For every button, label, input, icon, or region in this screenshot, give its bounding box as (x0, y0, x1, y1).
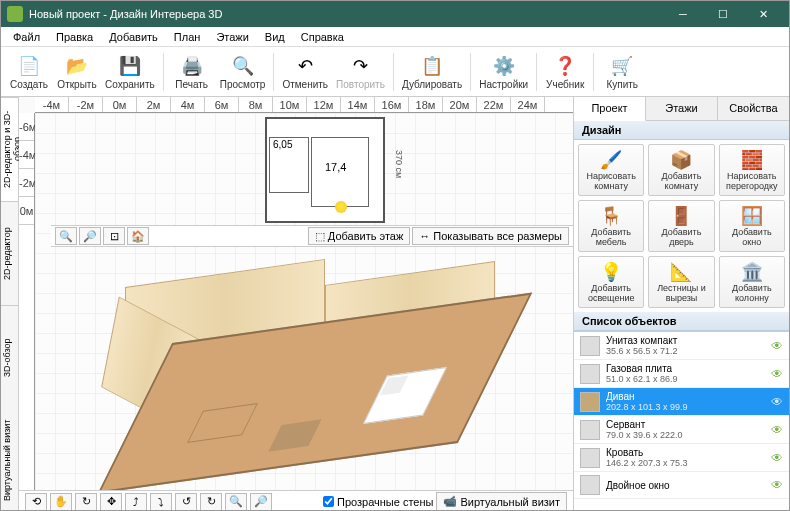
transparent-walls-checkbox[interactable]: Прозрачные стены (323, 496, 433, 508)
left-tab-1[interactable]: 2D-редактор (1, 201, 18, 305)
visibility-icon[interactable]: 👁 (771, 367, 783, 381)
open-button[interactable]: 📂Открыть (53, 49, 101, 95)
object-thumb (580, 392, 600, 412)
add-door-card[interactable]: 🚪Добавитьдверь (648, 200, 714, 252)
add-furniture-card[interactable]: 🪑Добавитьмебель (578, 200, 644, 252)
menu-вид[interactable]: Вид (257, 29, 293, 45)
visibility-icon[interactable]: 👁 (771, 423, 783, 437)
view-3d[interactable] (95, 263, 535, 493)
print-icon: 🖨️ (180, 54, 204, 78)
duplicate-button[interactable]: 📋Дублировать (398, 49, 466, 95)
close-button[interactable]: ✕ (743, 1, 783, 27)
object-row-1[interactable]: Газовая плита51.0 x 62.1 x 86.9👁 (574, 360, 789, 388)
visibility-icon[interactable]: 👁 (771, 478, 783, 492)
tilt-up-button[interactable]: ⤴ (125, 493, 147, 511)
right-tab-Проект[interactable]: Проект (574, 97, 646, 121)
rotate-right-button[interactable]: ↻ (200, 493, 222, 511)
maximize-button[interactable]: ☐ (703, 1, 743, 27)
left-tab-0[interactable]: 2D-редактор и 3D-обзор (1, 97, 18, 201)
right-tab-Этажи[interactable]: Этажи (646, 97, 718, 120)
virtual-visit-button[interactable]: 📹Виртуальный визит (436, 492, 567, 511)
save-button[interactable]: 💾Сохранить (101, 49, 159, 95)
add-column-icon: 🏛️ (741, 261, 763, 283)
tutorial-button[interactable]: ❓Учебник (541, 49, 589, 95)
redo-icon: ↷ (348, 54, 372, 78)
add-column-card[interactable]: 🏛️Добавитьколонну (719, 256, 785, 308)
view360-button[interactable]: ⟲ (25, 493, 47, 511)
app-icon (7, 6, 23, 22)
menu-этажи[interactable]: Этажи (208, 29, 256, 45)
create-button[interactable]: 📄Создать (5, 49, 53, 95)
left-tab-3[interactable]: Виртуальный визит (1, 409, 18, 511)
add-furniture-icon: 🪑 (600, 205, 622, 227)
object-row-2[interactable]: Диван202.8 x 101.3 x 99.9👁 (574, 388, 789, 416)
menu-правка[interactable]: Правка (48, 29, 101, 45)
tutorial-icon: ❓ (553, 54, 577, 78)
draw-room-card[interactable]: 🖌️Нарисоватькомнату (578, 144, 644, 196)
floor-plan[interactable]: 6,05 17,4 370 см (265, 117, 385, 223)
menu-справка[interactable]: Справка (293, 29, 352, 45)
ruler-vertical: -6м-4м-2м0м (19, 113, 35, 511)
visibility-icon[interactable]: 👁 (771, 395, 783, 409)
add-floor-button[interactable]: ⬚Добавить этаж (308, 227, 410, 245)
minimize-button[interactable]: ─ (663, 1, 703, 27)
create-icon: 📄 (17, 54, 41, 78)
print-button[interactable]: 🖨️Печать (168, 49, 216, 95)
window-title: Новый проект - Дизайн Интерьера 3D (29, 8, 663, 20)
object-thumb (580, 475, 600, 495)
add-window-icon: 🪟 (741, 205, 763, 227)
save-icon: 💾 (118, 54, 142, 78)
menu-добавить[interactable]: Добавить (101, 29, 166, 45)
object-thumb (580, 364, 600, 384)
room-area-2: 17,4 (325, 161, 346, 173)
menu-файл[interactable]: Файл (5, 29, 48, 45)
home-button[interactable]: 🏠 (127, 227, 149, 245)
rotate-left-button[interactable]: ↺ (175, 493, 197, 511)
dimension-label: 370 см (394, 150, 404, 178)
object-thumb (580, 336, 600, 356)
zoom-out-button[interactable]: 🔎 (79, 227, 101, 245)
add-lighting-card[interactable]: 💡Добавитьосвещение (578, 256, 644, 308)
settings-icon: ⚙️ (492, 54, 516, 78)
fit-button[interactable]: ⊡ (103, 227, 125, 245)
show-dimensions-button[interactable]: ↔Показывать все размеры (412, 227, 569, 245)
zoom-in-button[interactable]: 🔍 (55, 227, 77, 245)
pan-button[interactable]: ✋ (50, 493, 72, 511)
add-door-icon: 🚪 (670, 205, 692, 227)
design-section-header: Дизайн (574, 121, 789, 140)
ruler-horizontal: -4м-2м0м2м4м6м8м10м12м14м16м18м20м22м24м (35, 97, 573, 113)
undo-icon: ↶ (293, 54, 317, 78)
zoom-out-3d-button[interactable]: 🔎 (250, 493, 272, 511)
zoom-in-3d-button[interactable]: 🔍 (225, 493, 247, 511)
tilt-down-button[interactable]: ⤵ (150, 493, 172, 511)
duplicate-icon: 📋 (420, 54, 444, 78)
object-row-0[interactable]: Унитаз компакт35.6 x 56.5 x 71.2👁 (574, 332, 789, 360)
left-tab-2[interactable]: 3D-обзор (1, 305, 18, 409)
object-row-5[interactable]: Двойное окно👁 (574, 472, 789, 499)
undo-button[interactable]: ↶Отменить (278, 49, 332, 95)
stairs-card[interactable]: 📐Лестницы ивырезы (648, 256, 714, 308)
rotate-button[interactable]: ↻ (75, 493, 97, 511)
draw-partition-icon: 🧱 (741, 149, 763, 171)
visibility-icon[interactable]: 👁 (771, 339, 783, 353)
object-row-4[interactable]: Кровать146.2 x 207.3 x 75.3👁 (574, 444, 789, 472)
preview-button[interactable]: 🔍Просмотр (216, 49, 270, 95)
move-button[interactable]: ✥ (100, 493, 122, 511)
add-window-card[interactable]: 🪟Добавитьокно (719, 200, 785, 252)
right-tab-Свойства[interactable]: Свойства (718, 97, 789, 120)
draw-partition-card[interactable]: 🧱Нарисоватьперегородку (719, 144, 785, 196)
canvas-2d[interactable]: 6,05 17,4 370 см 🔍 🔎 ⊡ 🏠 ⬚Добавить этаж … (35, 113, 573, 490)
open-icon: 📂 (65, 54, 89, 78)
add-room-card[interactable]: 📦Добавитькомнату (648, 144, 714, 196)
add-room-icon: 📦 (670, 149, 692, 171)
redo-button[interactable]: ↷Повторить (332, 49, 389, 95)
add-lighting-icon: 💡 (600, 261, 622, 283)
camera-marker[interactable] (335, 201, 347, 213)
buy-button[interactable]: 🛒Купить (598, 49, 646, 95)
visibility-icon[interactable]: 👁 (771, 451, 783, 465)
preview-icon: 🔍 (231, 54, 255, 78)
menu-план[interactable]: План (166, 29, 209, 45)
object-thumb (580, 448, 600, 468)
object-row-3[interactable]: Сервант79.0 x 39.6 x 222.0👁 (574, 416, 789, 444)
settings-button[interactable]: ⚙️Настройки (475, 49, 532, 95)
